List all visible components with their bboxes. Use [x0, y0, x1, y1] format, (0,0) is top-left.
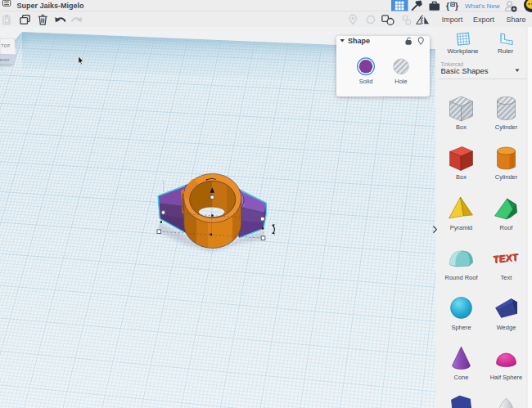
svg-text:Shape: Shape	[348, 37, 370, 45]
svg-text:Round Roof: Round Roof	[444, 274, 478, 281]
svg-text:Workplane: Workplane	[447, 47, 479, 55]
svg-text:Sphere: Sphere	[451, 324, 471, 331]
svg-text:Import: Import	[442, 16, 463, 24]
svg-text:Cylinder: Cylinder	[495, 123, 518, 131]
svg-text:Half Sphere: Half Sphere	[490, 374, 523, 381]
svg-text:}: }	[455, 2, 458, 11]
svg-text:Wedge: Wedge	[497, 324, 516, 331]
svg-text:What's New: What's New	[465, 2, 500, 10]
svg-text:{: {	[446, 2, 449, 11]
svg-text:Text: Text	[501, 274, 513, 281]
svg-text:Export: Export	[473, 16, 495, 24]
svg-text:Solid: Solid	[359, 78, 373, 85]
svg-text:Ruler: Ruler	[498, 47, 513, 55]
svg-text:Roof: Roof	[500, 224, 514, 231]
svg-text:Super Jaiks-Migelo: Super Jaiks-Migelo	[17, 2, 85, 10]
svg-text:Box: Box	[456, 173, 467, 181]
svg-text:Cone: Cone	[454, 374, 469, 381]
svg-text:Cylinder: Cylinder	[495, 173, 518, 181]
svg-text:Share: Share	[506, 16, 525, 24]
svg-text:Basic Shapes: Basic Shapes	[441, 66, 489, 75]
svg-text:Pyramid: Pyramid	[450, 224, 473, 231]
svg-text:Hole: Hole	[394, 78, 407, 85]
svg-text:Box: Box	[456, 123, 467, 131]
